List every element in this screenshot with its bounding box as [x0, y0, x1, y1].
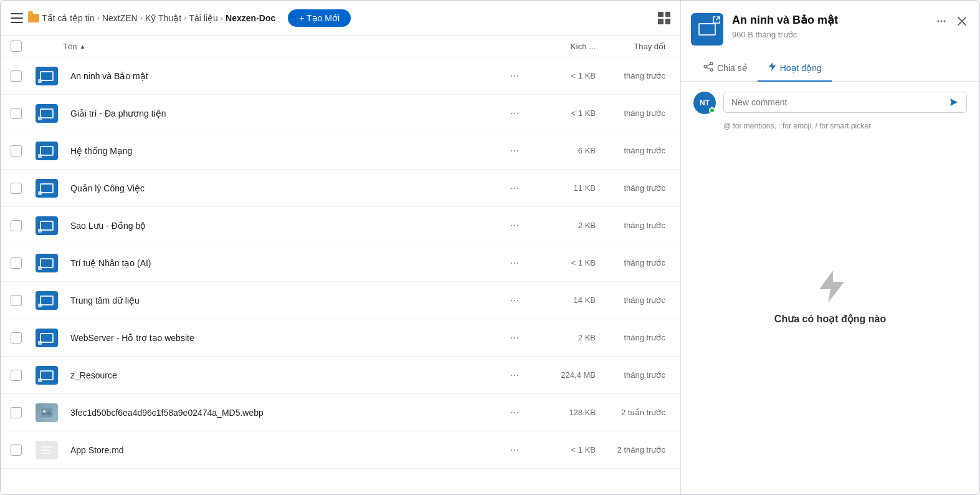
close-button[interactable] — [954, 14, 969, 29]
more-options-icon[interactable]: ··· — [496, 368, 533, 382]
empty-activity: Chưa có hoạt động nào — [681, 135, 979, 494]
row-checkbox[interactable] — [11, 445, 22, 456]
row-checkbox[interactable] — [11, 70, 22, 82]
more-options-icon[interactable]: ··· — [496, 181, 533, 195]
file-name: WebServer - Hỗ trợ tạo website — [63, 333, 496, 343]
row-checkbox[interactable] — [11, 407, 22, 418]
tab-activity[interactable]: Hoạt động — [758, 55, 832, 82]
table-row[interactable]: App Store.md ··· < 1 KB 2 tháng trước — [1, 431, 680, 469]
file-size: 128 KB — [533, 408, 596, 417]
table-row[interactable]: An ninh và Bảo mật ··· < 1 KB tháng trướ… — [1, 57, 680, 95]
avatar: NT — [693, 92, 716, 114]
file-name: Hệ thống Mạng — [63, 146, 496, 156]
col-modified-header: Thay đổi — [596, 42, 670, 51]
tab-share[interactable]: Chia sẻ — [693, 55, 758, 82]
monitor-icon — [40, 183, 54, 193]
row-checkbox[interactable] — [11, 108, 22, 119]
col-size-header: Kích ... — [533, 42, 596, 51]
file-size: < 1 KB — [533, 258, 596, 267]
breadcrumb: Tất cả tệp tin › NextZEN › Kỹ Thuật › Tà… — [28, 13, 275, 23]
tab-activity-label: Hoạt động — [780, 63, 822, 73]
row-checkbox[interactable] — [11, 332, 22, 344]
folder-file-icon — [36, 216, 58, 235]
svg-point-6 — [710, 69, 713, 71]
table-row[interactable]: Hệ thống Mạng ··· 6 KB tháng trước — [1, 132, 680, 170]
file-modified: tháng trước — [596, 221, 670, 230]
file-name: Giải trí - Đa phương tiện — [63, 108, 496, 118]
table-row[interactable]: Trung tâm dữ liệu ··· 14 KB tháng trước — [1, 282, 680, 319]
right-panel: An ninh và Bảo mật 960 B tháng trước Chi… — [680, 1, 979, 494]
breadcrumb-item-current[interactable]: Nexzen-Doc — [226, 13, 275, 23]
file-modified: tháng trước — [596, 71, 670, 80]
hamburger-menu-icon[interactable] — [11, 13, 23, 23]
row-checkbox[interactable] — [11, 295, 22, 306]
row-checkbox[interactable] — [11, 370, 22, 381]
breadcrumb-item-1[interactable]: Tất cả tệp tin — [42, 13, 95, 23]
doc-title: An ninh và Bảo mật — [732, 13, 925, 27]
doc-subtitle: 960 B tháng trước — [732, 30, 925, 39]
file-size: 6 KB — [533, 146, 596, 155]
more-options-icon[interactable]: ··· — [496, 69, 533, 82]
more-options-icon[interactable]: ··· — [496, 107, 533, 120]
comment-input[interactable] — [731, 97, 949, 107]
breadcrumb-sep-3: › — [184, 13, 186, 22]
monitor-icon — [40, 221, 54, 231]
share-icon — [703, 62, 713, 74]
row-checkbox[interactable] — [11, 257, 22, 269]
svg-point-5 — [710, 62, 713, 65]
file-size: 14 KB — [533, 296, 596, 305]
folder-file-icon — [36, 104, 58, 123]
image-thumbnail — [36, 403, 58, 422]
file-name: Quản lý Công Việc — [63, 183, 496, 193]
file-size: < 1 KB — [533, 108, 596, 118]
table-row[interactable]: WebServer - Hỗ trợ tạo website ··· 2 KB … — [1, 319, 680, 357]
monitor-icon — [40, 108, 54, 118]
folder-file-icon — [36, 67, 58, 85]
breadcrumb-item-2[interactable]: NextZEN — [102, 13, 138, 23]
lightning-tab-icon — [768, 62, 776, 74]
monitor-icon — [40, 296, 54, 305]
folder-file-icon — [36, 254, 58, 272]
left-panel: Tất cả tệp tin › NextZEN › Kỹ Thuật › Tà… — [1, 1, 680, 494]
grid-view-icon[interactable] — [658, 12, 670, 24]
new-button[interactable]: + Tạo Mới — [288, 9, 351, 27]
svg-point-3 — [941, 21, 943, 22]
more-options-icon[interactable]: ··· — [496, 219, 533, 232]
send-comment-button[interactable] — [949, 97, 959, 107]
export-arrow-icon — [712, 16, 721, 24]
file-modified: tháng trước — [596, 183, 670, 193]
file-size: 2 KB — [533, 221, 596, 230]
more-options-icon[interactable]: ··· — [496, 443, 533, 456]
row-checkbox[interactable] — [11, 220, 22, 231]
folder-file-icon — [36, 366, 58, 385]
monitor-icon — [40, 71, 54, 81]
monitor-icon — [40, 146, 54, 156]
breadcrumb-item-4[interactable]: Tài liệu — [189, 13, 217, 23]
row-checkbox[interactable] — [11, 145, 22, 156]
file-name: Trí tuệ Nhân tạo (AI) — [63, 258, 496, 268]
doc-title-area: An ninh và Bảo mật 960 B tháng trước — [732, 13, 925, 39]
table-row[interactable]: Giải trí - Đa phương tiện ··· < 1 KB thá… — [1, 95, 680, 132]
table-row[interactable]: Trí tuệ Nhân tạo (AI) ··· < 1 KB tháng t… — [1, 244, 680, 282]
more-options-icon[interactable]: ··· — [496, 256, 533, 269]
table-row[interactable]: Quản lý Công Việc ··· 11 KB tháng trước — [1, 170, 680, 207]
more-options-icon[interactable]: ··· — [496, 406, 533, 419]
breadcrumb-sep-2: › — [140, 13, 143, 22]
more-options-icon[interactable]: ··· — [496, 331, 533, 344]
table-row[interactable]: Sao Lưu - Đồng bộ ··· 2 KB tháng trước — [1, 207, 680, 244]
file-size: < 1 KB — [533, 71, 596, 80]
table-row[interactable]: 3fec1d50bcf6ea4d96c1f58a9e02474a_MD5.web… — [1, 394, 680, 431]
folder-file-icon — [36, 291, 58, 310]
col-name-header[interactable]: Tên ▲ — [63, 42, 496, 51]
doc-file-icon — [36, 441, 58, 459]
row-checkbox[interactable] — [11, 183, 22, 194]
lightning-icon — [816, 268, 845, 305]
more-options-button[interactable] — [933, 13, 949, 29]
more-options-icon[interactable]: ··· — [496, 144, 533, 157]
file-name: Sao Lưu - Đồng bộ — [63, 221, 496, 231]
table-row[interactable]: z_Resource ··· 224,4 MB tháng trước — [1, 357, 680, 394]
breadcrumb-item-3[interactable]: Kỹ Thuật — [145, 13, 181, 23]
more-options-icon[interactable]: ··· — [496, 294, 533, 307]
header-checkbox[interactable] — [11, 41, 22, 52]
file-modified: tháng trước — [596, 108, 670, 118]
